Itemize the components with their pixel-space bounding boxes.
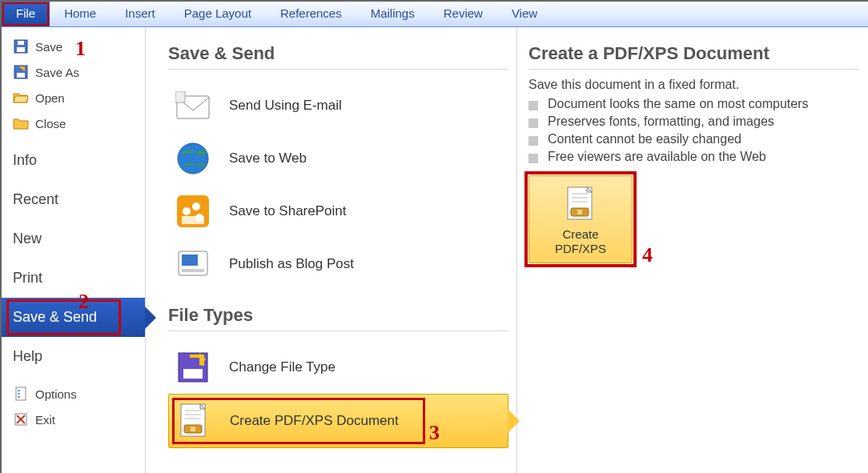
nav-open[interactable]: Open (2, 85, 145, 110)
sharepoint-icon (175, 193, 211, 230)
opt-label: Save to SharePoint (229, 203, 346, 219)
options-icon (13, 386, 29, 402)
exit-icon (13, 411, 29, 427)
opt-save-sharepoint[interactable]: Save to SharePoint (168, 185, 508, 238)
nav-save-send[interactable]: Save & Send (2, 298, 145, 337)
svg-rect-21 (182, 255, 198, 266)
nav-info[interactable]: Info (2, 141, 145, 180)
nav-close[interactable]: Close (2, 110, 145, 136)
bullet-icon (528, 136, 538, 146)
opt-label: Create PDF/XPS Document (230, 413, 399, 429)
bullet-icon (528, 118, 538, 128)
nav-label: Exit (35, 413, 55, 427)
svg-rect-4 (17, 73, 25, 78)
svg-point-16 (183, 207, 191, 215)
nav-label: Help (13, 348, 42, 365)
ribbon: File Home Insert Page Layout References … (2, 2, 868, 27)
nav-label: Open (35, 91, 65, 105)
center-panel: Save & Send Send Using E-mail Save to We… (146, 27, 517, 473)
nav-print[interactable]: Print (2, 259, 145, 298)
nav-label: Close (35, 117, 66, 130)
bullet-text: Free viewers are available on the Web (548, 150, 766, 164)
opt-save-web[interactable]: Save to Web (168, 132, 508, 185)
blog-icon (175, 246, 211, 283)
nav-new[interactable]: New (2, 219, 145, 259)
svg-rect-1 (17, 47, 25, 52)
pdfxps-icon (562, 186, 599, 222)
svg-rect-5 (16, 387, 26, 400)
nav-label: Print (13, 270, 42, 287)
opt-change-file-type[interactable]: Change File Type (168, 341, 508, 394)
svg-rect-13 (175, 91, 185, 102)
opt-label: Save to Web (229, 150, 307, 166)
create-pdfxps-button[interactable]: CreatePDF/XPS (528, 175, 633, 263)
bullet-icon (528, 101, 538, 110)
change-type-icon (175, 349, 211, 386)
opt-publish-blog[interactable]: Publish as Blog Post (168, 238, 508, 291)
svg-rect-24 (183, 369, 203, 379)
saveas-icon (13, 64, 29, 80)
mail-icon (175, 87, 211, 124)
nav-label: Save (35, 40, 62, 54)
svg-rect-8 (18, 396, 20, 398)
svg-rect-6 (18, 390, 20, 391)
tab-references[interactable]: References (266, 2, 356, 26)
save-icon (13, 38, 29, 54)
folder-close-icon (13, 115, 29, 131)
nav-exit[interactable]: Exit (2, 407, 145, 432)
nav-save[interactable]: Save (2, 34, 145, 59)
nav-label: Options (35, 387, 77, 401)
svg-rect-7 (18, 393, 20, 395)
detail-panel: Create a PDF/XPS Document Save this docu… (517, 27, 868, 473)
svg-rect-2 (18, 41, 24, 45)
opt-label: Change File Type (229, 359, 336, 375)
bullet-text: Document looks the same on most computer… (548, 97, 808, 111)
opt-label: Publish as Blog Post (229, 256, 354, 272)
bullet-text: Preserves fonts, formatting, and images (548, 114, 774, 129)
pdfxps-icon (175, 403, 212, 439)
opt-send-email[interactable]: Send Using E-mail (168, 79, 508, 132)
tab-mailings[interactable]: Mailings (356, 2, 429, 26)
svg-rect-36 (577, 210, 582, 214)
detail-intro: Save this document in a fixed format. (528, 78, 858, 92)
nav-recent[interactable]: Recent (2, 180, 145, 219)
nav-options[interactable]: Options (2, 381, 145, 407)
section-title-save-send: Save & Send (168, 43, 508, 64)
globe-icon (175, 140, 211, 177)
nav-help[interactable]: Help (2, 337, 145, 376)
svg-rect-19 (182, 216, 204, 224)
svg-point-14 (178, 143, 208, 174)
tab-home[interactable]: Home (50, 2, 111, 26)
tab-page-layout[interactable]: Page Layout (170, 2, 266, 26)
opt-label: Send Using E-mail (229, 98, 342, 114)
backstage-nav: Save Save As Open Close Info Recent New … (2, 27, 146, 473)
tab-file[interactable]: File (2, 2, 50, 26)
tab-review[interactable]: Review (429, 2, 497, 26)
backstage-main: Save Save As Open Close Info Recent New … (2, 27, 868, 473)
button-label: CreatePDF/XPS (534, 227, 627, 256)
detail-title: Create a PDF/XPS Document (528, 43, 858, 64)
nav-label: Info (13, 152, 37, 169)
bullet-text: Content cannot be easily changed (548, 132, 741, 146)
tab-view[interactable]: View (497, 2, 552, 26)
nav-label: Save As (35, 66, 79, 79)
detail-bullets: Document looks the same on most computer… (528, 97, 858, 164)
nav-label: Recent (13, 191, 58, 208)
svg-rect-22 (182, 269, 204, 272)
svg-point-17 (192, 202, 200, 210)
bullet-icon (528, 154, 538, 163)
section-title-file-types: File Types (168, 305, 508, 326)
nav-label: New (13, 230, 42, 247)
tab-insert[interactable]: Insert (111, 2, 170, 26)
svg-rect-30 (191, 427, 195, 431)
nav-save-as[interactable]: Save As (2, 59, 145, 85)
nav-label: Save & Send (13, 309, 97, 326)
opt-create-pdfxps[interactable]: Create PDF/XPS Document (168, 394, 508, 448)
folder-open-icon (13, 90, 29, 106)
